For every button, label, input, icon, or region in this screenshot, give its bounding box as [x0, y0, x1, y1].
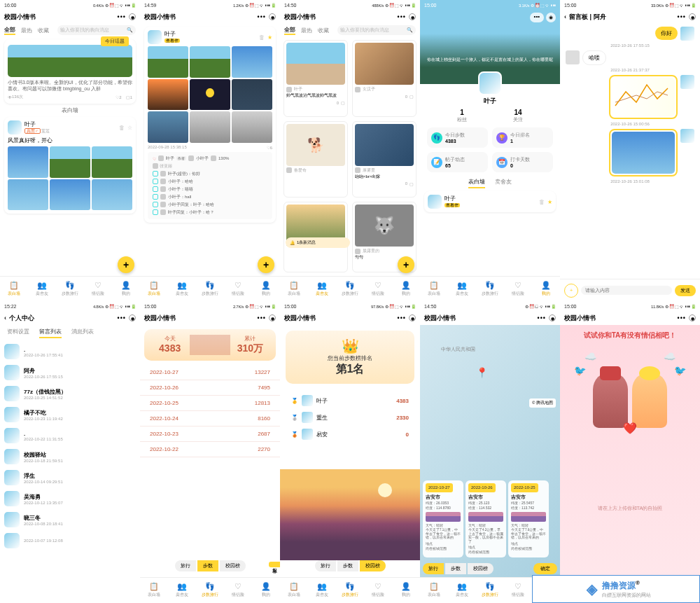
back-icon[interactable]: ‹: [564, 13, 566, 20]
delete-icon[interactable]: 🗑: [259, 34, 265, 41]
attach-button[interactable]: +: [564, 284, 578, 298]
target-icon[interactable]: ◉: [689, 13, 696, 20]
nav-roommate[interactable]: 👥卖舍友: [168, 578, 196, 602]
feed-item[interactable]: 叶子帅气黑波治气黑波帅气黑波0▢: [284, 40, 348, 117]
target-icon[interactable]: ◉: [269, 13, 276, 20]
nav-mine[interactable]: 👤我的: [252, 277, 280, 301]
tab-all[interactable]: 全部: [284, 26, 295, 35]
nav-roommate[interactable]: 👥卖舍友: [28, 277, 56, 301]
star-icon[interactable]: ☆: [127, 125, 132, 131]
nav-steps[interactable]: 👣步数旅行: [476, 578, 504, 602]
nav-mine[interactable]: 👤我的: [252, 578, 280, 602]
fans-stat[interactable]: 1粉丝: [434, 109, 490, 123]
comment-item[interactable]: 小叶子：嘻嘻: [150, 186, 270, 193]
pill-steps[interactable]: 步数: [337, 560, 358, 571]
stat-rank[interactable]: 🏆今日排名1: [492, 127, 553, 148]
message-item[interactable]: 晓三冬2022-10-08 20:18:41: [0, 509, 140, 530]
target-icon[interactable]: ◉: [549, 314, 556, 321]
topic-card[interactable]: 今日话题 小情书3.0版本来啦。全新的UI，优化了部分功能，希望你喜欢。有问题可…: [4, 39, 136, 104]
nav-steps[interactable]: 👣步数旅行: [336, 578, 364, 602]
chat-msg-image-out[interactable]: [566, 129, 694, 176]
target-icon[interactable]: ◉: [409, 314, 416, 321]
feed-item[interactable]: 🔔1条新消息: [284, 202, 348, 272]
stat-steps[interactable]: 👣今日步数4383: [427, 127, 488, 148]
send-button[interactable]: 发送: [675, 285, 696, 296]
rank-item[interactable]: 🥈重生2330: [288, 409, 412, 426]
stat-posts[interactable]: 📝帖子动态65: [427, 152, 488, 172]
nav-mine[interactable]: 👤我的: [532, 277, 560, 301]
message-item[interactable]: 阿舟2022-10-26 17:55:15: [0, 362, 140, 383]
nav-wall[interactable]: 📋表白墙: [280, 277, 308, 301]
nav-couple[interactable]: ♡情侣脸: [84, 277, 112, 301]
message-item[interactable]: .2022-10-26 17:55:41: [0, 341, 140, 362]
target-icon[interactable]: ◉: [129, 314, 136, 321]
comment-item[interactable]: 小叶子回复：叶子：哈哈: [150, 202, 270, 208]
step-row[interactable]: 2022-10-267495: [140, 380, 280, 396]
feed-item[interactable]: 女汉子0▢: [352, 40, 416, 117]
tab-all[interactable]: 全部: [4, 26, 15, 35]
target-icon[interactable]: ◉: [269, 314, 276, 321]
nav-mine[interactable]: 👤我的: [112, 277, 140, 301]
target-icon[interactable]: ◉: [689, 314, 696, 321]
confirm-button[interactable]: 确定: [533, 563, 557, 574]
rank-item[interactable]: 🥇叶子4383: [288, 392, 412, 409]
message-item[interactable]: 2022-10-07 19:12:08: [0, 530, 140, 551]
tab-hot[interactable]: 最热: [301, 27, 312, 34]
nav-wall[interactable]: 📋表白墙: [0, 277, 28, 301]
tab-fav[interactable]: 收藏: [38, 27, 49, 34]
target-icon[interactable]: ◉: [409, 13, 416, 20]
fab-add[interactable]: +: [398, 256, 414, 273]
target-icon[interactable]: ◉: [129, 13, 136, 20]
nav-couple[interactable]: ♡情侣脸: [504, 578, 532, 602]
comment-icon[interactable]: ▢1: [126, 95, 132, 99]
rank-item[interactable]: 🥉易安0: [288, 426, 412, 443]
message-input[interactable]: [581, 286, 672, 295]
heart-icon[interactable]: ♡2: [115, 95, 121, 99]
location-card[interactable]: 2022-10-26吉安市纬度：25.123经度：114.532天气：晴转今天走…: [465, 480, 506, 557]
pill-travel[interactable]: 旅行: [423, 563, 444, 574]
pill-campus[interactable]: 校园榜: [360, 560, 386, 571]
more-icon[interactable]: •••: [398, 314, 406, 321]
nav-wall[interactable]: 📋表白墙: [140, 277, 168, 301]
nav-roommate[interactable]: 👥卖舍友: [168, 277, 196, 301]
nav-couple[interactable]: ♡情侣脸: [364, 277, 392, 301]
message-item[interactable]: 橘子不吃2022-10-23 11:19:42: [0, 404, 140, 425]
profile-avatar[interactable]: [478, 71, 502, 95]
step-row[interactable]: 2022-10-232687: [140, 427, 280, 442]
message-item[interactable]: 吴海勇2022-10-12 13:35:07: [0, 488, 140, 509]
more-icon[interactable]: •••: [530, 13, 544, 22]
nav-roommate[interactable]: 👥卖舍友: [308, 277, 336, 301]
comment-item[interactable]: 叶子回复：小叶子：哈？: [150, 209, 270, 216]
stat-checkin[interactable]: 📅打卡天数0: [492, 152, 553, 172]
nav-steps[interactable]: 👣步数旅行: [196, 277, 224, 301]
post-card[interactable]: 叶子 真面♂ 宝莲 🗑 ☆ 风景真好呀，开心: [4, 117, 136, 214]
nav-mine[interactable]: 👤我的: [392, 578, 420, 602]
comment-item[interactable]: 叶子(超管)：你好: [150, 171, 270, 177]
nav-steps[interactable]: 👣步数旅行: [476, 277, 504, 301]
tab-profile[interactable]: 资料设置: [7, 328, 29, 338]
more-icon[interactable]: •••: [258, 13, 266, 20]
message-item[interactable]: 77z（借钱拉黑）2022-10-25 14:51:52: [0, 383, 140, 404]
target-icon[interactable]: ◉: [546, 13, 556, 22]
feed-item[interactable]: 🐕鲁爱奇: [284, 121, 348, 198]
pill-steps[interactable]: 步数: [197, 560, 218, 571]
nav-roommate[interactable]: 👥卖舍友: [448, 578, 476, 602]
tab-notifications[interactable]: 消息列表: [71, 328, 94, 338]
location-card[interactable]: 2022-10-25吉安市纬度：25.5457经度：113.742天气：晴转今天…: [508, 480, 549, 557]
tab-wall[interactable]: 表白墙: [468, 178, 485, 188]
nav-couple[interactable]: ♡情侣脸: [224, 578, 252, 602]
more-icon[interactable]: •••: [118, 314, 126, 321]
nav-mine[interactable]: 👤我的: [392, 277, 420, 301]
pill-travel[interactable]: 旅行: [315, 560, 336, 571]
nav-wall[interactable]: 📋表白墙: [420, 277, 448, 301]
nav-wall[interactable]: 📋表白墙: [280, 578, 308, 602]
comment-item[interactable]: 小叶子：哈哈: [150, 179, 270, 185]
step-row[interactable]: 2022-10-222270: [140, 442, 280, 457]
post-card[interactable]: 叶子 查看作 🗑 ★: [424, 191, 556, 212]
tab-messages[interactable]: 留言列表: [39, 328, 62, 338]
back-icon[interactable]: ‹: [4, 314, 6, 321]
nav-couple[interactable]: ♡情侣脸: [364, 578, 392, 602]
step-row[interactable]: 2022-10-248160: [140, 411, 280, 427]
like-button[interactable]: ♡6: [267, 145, 272, 150]
chat-msg-image-out[interactable]: [566, 75, 694, 119]
